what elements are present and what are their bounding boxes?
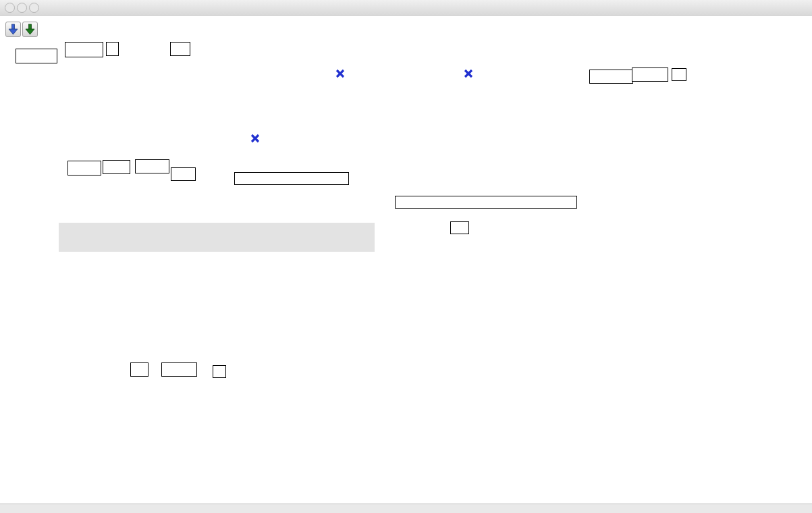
delete-x-icon[interactable] [464,68,473,78]
value-box[interactable] [67,161,101,176]
titlebar[interactable] [0,0,812,16]
value-box[interactable] [16,49,57,63]
blue-down-arrow-icon [6,22,20,36]
patch-window [0,0,812,513]
value-box[interactable] [65,42,103,57]
value-box[interactable] [395,196,577,209]
value-box[interactable] [170,42,190,56]
delete-x-icon[interactable] [335,68,345,78]
close-window-icon[interactable] [5,3,15,13]
zoom-window-icon[interactable] [29,3,39,13]
value-box[interactable] [589,70,633,84]
window-resize-strip[interactable] [0,504,812,513]
value-box[interactable] [213,365,226,378]
export-button[interactable] [22,22,38,37]
value-box[interactable] [106,42,119,56]
value-box[interactable] [161,362,197,377]
value-box[interactable] [135,159,169,173]
value-box[interactable] [450,221,469,234]
value-box[interactable] [171,167,196,181]
value-box[interactable] [130,362,148,377]
green-down-arrow-icon [23,22,37,36]
patch-overlay [0,0,812,513]
import-button[interactable] [5,22,21,37]
value-box[interactable] [234,172,349,185]
value-box[interactable] [632,68,668,82]
value-box[interactable] [103,160,130,174]
value-box[interactable] [672,68,686,81]
minimize-window-icon[interactable] [17,3,27,13]
delete-x-icon[interactable] [250,133,260,142]
